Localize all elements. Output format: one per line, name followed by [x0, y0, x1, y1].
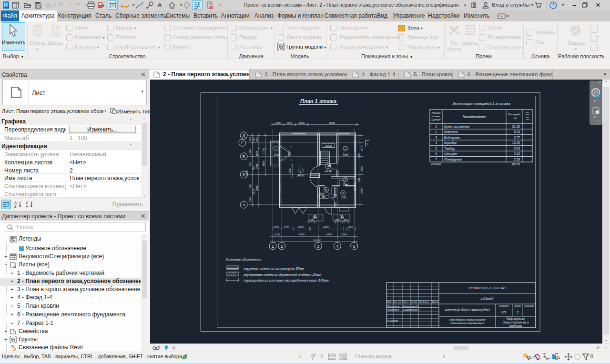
svg-text:А: А: [243, 202, 245, 207]
svg-text:экологии: экологии: [509, 324, 522, 327]
svg-text:5: 5: [435, 147, 437, 150]
svg-text:5: 5: [353, 244, 356, 249]
svg-text:1866: 1866: [262, 161, 265, 166]
svg-text:обозначение,спецификация: обозначение,спецификация: [450, 322, 484, 324]
svg-text:3: 3: [435, 136, 437, 139]
svg-text:2: 2: [516, 311, 518, 314]
svg-text:3: 3: [317, 244, 319, 249]
svg-text:2180: 2180: [360, 166, 363, 172]
svg-text:1: 1: [300, 169, 301, 172]
svg-text:Наименование: Наименование: [463, 115, 486, 118]
svg-text:г.Семей: г.Семей: [481, 297, 494, 300]
svg-text:1000: 1000: [255, 137, 258, 142]
svg-text:1100: 1100: [274, 233, 280, 236]
svg-text:2: 2: [281, 244, 283, 249]
svg-text:Подпись: Подпись: [419, 301, 429, 303]
svg-text:325: 325: [343, 219, 347, 222]
svg-text:7: 7: [435, 158, 437, 161]
svg-text:6: 6: [345, 178, 346, 181]
svg-text:1660: 1660: [249, 149, 252, 155]
svg-text:Б: Б: [243, 172, 245, 177]
svg-text:2.52: 2.52: [513, 152, 520, 155]
svg-text:4: 4: [336, 244, 338, 249]
svg-text:780: 780: [252, 166, 255, 171]
svg-text:2: 2: [435, 130, 437, 133]
svg-text:1700: 1700: [262, 148, 265, 154]
svg-text:В: В: [243, 154, 245, 159]
svg-text:1505: 1505: [249, 197, 252, 202]
svg-text:3 м²: 3 м²: [343, 183, 348, 186]
svg-text:Дата: Дата: [431, 301, 438, 303]
svg-text:1: 1: [435, 125, 437, 128]
svg-text:850: 850: [322, 196, 325, 198]
svg-text:1500: 1500: [299, 121, 305, 124]
svg-text:1555: 1555: [284, 226, 289, 229]
svg-text:1875: 1875: [360, 146, 363, 152]
svg-text:Коридор: Коридор: [444, 141, 457, 145]
svg-text:План 1 этажа: План 1 этажа: [300, 98, 336, 104]
svg-text:2100: 2100: [341, 233, 347, 236]
svg-text:6: 6: [435, 152, 437, 155]
svg-text:9615: 9615: [255, 185, 258, 191]
svg-text:3.06: 3.06: [514, 147, 520, 150]
svg-text:3 м²: 3 м²: [274, 153, 280, 156]
svg-text:8625: 8625: [245, 170, 248, 176]
svg-text:Тамбур: Тамбур: [444, 147, 455, 151]
svg-text:Кол. уч: Кол. уч: [393, 301, 401, 303]
svg-text:Бойлерная: Бойлерная: [444, 136, 460, 140]
svg-text:630: 630: [357, 178, 360, 182]
svg-text:2115: 2115: [252, 137, 255, 142]
svg-text:м²: м²: [514, 116, 517, 120]
svg-text:ния: ния: [526, 118, 530, 121]
svg-text:Частный дом с мансардой: Частный дом с мансардой: [445, 308, 490, 312]
svg-text:13.28: 13.28: [512, 141, 520, 144]
svg-text:3.77: 3.77: [514, 136, 520, 139]
svg-text:2400: 2400: [326, 233, 332, 236]
svg-text:4095: 4095: [323, 226, 329, 229]
svg-text:2315: 2315: [255, 163, 258, 169]
svg-text:7: 7: [275, 147, 277, 150]
svg-text:1285: 1285: [275, 121, 281, 124]
svg-text:8.26: 8.26: [514, 130, 520, 133]
svg-text:1: 1: [367, 143, 369, 146]
svg-text:Г: Г: [241, 141, 244, 145]
svg-text:Стадия: Стадия: [499, 304, 508, 307]
svg-text:№ док.: № док.: [410, 301, 418, 303]
svg-text:Софронова К: Софронова К: [403, 308, 420, 311]
svg-text:10100: 10100: [313, 238, 320, 241]
svg-text:1540: 1540: [286, 121, 292, 124]
svg-text:Z: Z: [14, 204, 17, 208]
svg-text:2000: 2000: [298, 226, 304, 229]
svg-text:1500: 1500: [249, 184, 252, 190]
svg-text:Итого: Итого: [431, 162, 441, 166]
svg-text:щения: щения: [432, 118, 441, 121]
svg-text:- перегородка из гипсовых пазо: - перегородка из гипсовых пазогребенных …: [242, 279, 329, 283]
svg-text:0.000: 0.000: [325, 144, 332, 147]
svg-text:1: 1: [272, 244, 274, 249]
svg-text:Сан.узел: Сан.узел: [444, 152, 458, 156]
svg-text:125: 125: [309, 219, 313, 222]
svg-text:План первого этажа,условное: План первого этажа,условное: [448, 318, 486, 321]
svg-text:2445: 2445: [360, 188, 363, 194]
svg-text:Изм.: Изм.: [387, 301, 392, 303]
svg-text:4 м²: 4 м²: [341, 195, 346, 198]
svg-text:785: 785: [249, 137, 252, 142]
svg-text:?: ?: [552, 3, 555, 8]
svg-text:4500: 4500: [299, 233, 305, 236]
svg-text:- внутренняя стена из деревянн: - внутренняя стена из деревянной отделки…: [242, 273, 321, 277]
svg-text:Кухня-гостинная: Кухня-гостинная: [444, 125, 470, 129]
svg-text:4: 4: [435, 141, 437, 144]
svg-text:3: 3: [342, 192, 344, 194]
svg-text:3 м²: 3 м²: [319, 192, 325, 195]
svg-text:65.05: 65.05: [512, 162, 520, 166]
svg-text:КП: КП: [501, 311, 506, 314]
svg-text:5: 5: [325, 189, 327, 192]
svg-text:Листов: Листов: [524, 304, 534, 307]
svg-text:Площадь: Площадь: [508, 112, 521, 116]
svg-text:КУ.6В07301-1.20-1348: КУ.6В07301-1.20-1348: [468, 286, 506, 290]
svg-text:865: 865: [348, 226, 353, 229]
svg-text:Лист: Лист: [514, 304, 521, 307]
svg-text:8 м²: 8 м²: [343, 153, 348, 156]
svg-text:Комната: Комната: [444, 130, 458, 133]
svg-text:31.56: 31.56: [512, 125, 520, 128]
